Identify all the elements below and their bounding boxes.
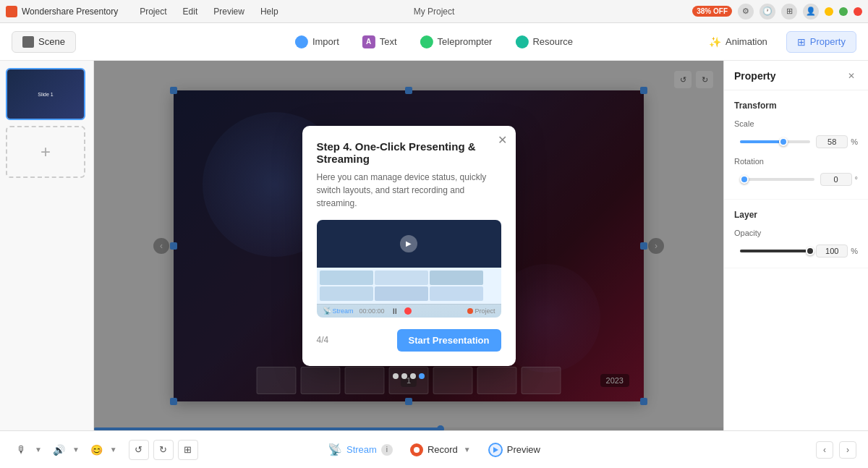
resource-label: Resource — [532, 36, 573, 47]
maximize-button[interactable] — [839, 7, 848, 16]
preview-play-icon — [488, 443, 503, 457]
grid-cell-1 — [320, 271, 373, 285]
discount-badge: 38% OFF — [692, 6, 732, 17]
scale-control: 58 % — [734, 135, 858, 148]
rotation-slider-thumb[interactable] — [740, 175, 749, 184]
menu-bar: Project Edit Preview Help — [132, 4, 692, 19]
opacity-pct: % — [851, 247, 858, 255]
mic-chevron[interactable]: ▼ — [35, 446, 42, 454]
menu-preview[interactable]: Preview — [206, 4, 252, 19]
modal-close-button[interactable]: ✕ — [498, 133, 507, 147]
record-label: Record — [427, 444, 458, 455]
modal-footer: 4/4 Start Presentation — [317, 329, 501, 352]
modal-record-label: Project — [475, 307, 495, 315]
main-area: Slide 1 + 1 2023 — [0, 61, 868, 430]
opacity-value[interactable]: 100 — [816, 244, 848, 258]
import-button[interactable]: Import — [295, 35, 339, 48]
text-icon: A — [362, 35, 375, 48]
modal-preview-controls: 📡 Stream 00:00:00 ⏸ Project — [317, 304, 501, 318]
scale-row: Scale — [734, 119, 858, 128]
modal-play-icon: ▶ — [400, 235, 417, 252]
menu-project[interactable]: Project — [132, 4, 174, 19]
bottom-center-controls: 📡 Stream i Record ▼ Preview — [328, 443, 540, 457]
text-button[interactable]: A Text — [362, 35, 397, 48]
modal-preview-video: ▶ — [317, 220, 501, 268]
modal-title: Step 4. One-Click Presenting & Streaming — [317, 140, 501, 165]
transform-title: Transform — [734, 101, 858, 111]
edit-tools: ↺ ↻ ⊞ — [129, 440, 198, 460]
speaker-chevron[interactable]: ▼ — [72, 446, 80, 454]
close-button[interactable] — [854, 7, 862, 16]
slide-thumbnail-1[interactable]: Slide 1 — [6, 68, 85, 120]
bottom-left-controls: 🎙 ▼ 🔊 ▼ 😊 ▼ — [12, 440, 117, 460]
title-bar: Wondershare Presentory Project Edit Prev… — [0, 0, 868, 23]
rotation-row: Rotation — [734, 157, 858, 166]
modal-overlay: ✕ Step 4. One-Click Presenting & Streami… — [94, 61, 723, 430]
app-logo — [6, 6, 17, 17]
record-inner-icon — [414, 447, 420, 453]
redo-button[interactable]: ↻ — [153, 440, 174, 460]
modal-description: Here you can manage device status, quick… — [317, 171, 501, 210]
canvas-area: 1 2023 ‹ — [94, 61, 723, 430]
camera-chevron[interactable]: ▼ — [110, 446, 117, 454]
opacity-control: 100 % — [734, 244, 858, 258]
stream-button[interactable]: 📡 Stream i — [328, 443, 393, 456]
preview-triangle-icon — [493, 447, 498, 453]
property-button[interactable]: ⊞ Property — [786, 31, 856, 53]
title-bar-right: 38% OFF ⚙ 🕐 ⊞ 👤 — [692, 4, 862, 20]
layer-section: Layer Opacity 100 % — [724, 200, 868, 268]
modal-pause-icon[interactable]: ⏸ — [391, 307, 399, 315]
next-arrow-button[interactable]: › — [839, 441, 856, 459]
stream-info-icon[interactable]: i — [381, 444, 393, 456]
opacity-slider-thumb[interactable] — [806, 247, 814, 255]
add-slide-button[interactable]: + — [6, 126, 85, 178]
resource-button[interactable]: Resource — [515, 35, 573, 48]
speaker-group: 🔊 ▼ — [49, 440, 80, 460]
minimize-button[interactable] — [825, 7, 833, 16]
prev-arrow-button[interactable]: ‹ — [816, 441, 833, 459]
rotation-slider-track[interactable] — [740, 178, 814, 181]
grid-cell-2 — [375, 271, 428, 285]
text-label: Text — [380, 36, 397, 47]
start-presentation-button[interactable]: Start Presentation — [397, 329, 501, 352]
scale-value[interactable]: 58 — [816, 135, 848, 148]
speaker-icon[interactable]: 🔊 — [49, 440, 69, 460]
camera-group: 😊 ▼ — [87, 440, 117, 460]
opacity-slider-track[interactable] — [740, 250, 810, 252]
opacity-label: Opacity — [734, 229, 761, 237]
modal-stream-indicator: 📡 Stream — [323, 307, 354, 315]
scene-button[interactable]: Scene — [12, 31, 76, 53]
grid-icon[interactable]: ⊞ — [781, 4, 797, 20]
scene-icon — [22, 36, 34, 48]
record-button[interactable]: Record ▼ — [410, 443, 471, 456]
teleprompter-label: Teleprompter — [438, 36, 493, 47]
settings-icon[interactable]: ⚙ — [738, 4, 754, 20]
panel-header: Property ✕ — [724, 61, 868, 90]
clock-icon[interactable]: 🕐 — [760, 4, 775, 20]
modal-stop-icon[interactable] — [404, 307, 412, 315]
scale-slider-thumb[interactable] — [779, 137, 788, 146]
modal-dot-2 — [401, 373, 407, 379]
teleprompter-button[interactable]: Teleprompter — [420, 35, 493, 48]
mic-icon[interactable]: 🎙 — [12, 440, 32, 460]
preview-label: Preview — [507, 444, 540, 455]
page-indicator: 4/4 — [317, 335, 329, 345]
scene-label: Scene — [38, 36, 65, 47]
panel-close-button[interactable]: ✕ — [845, 69, 858, 82]
scale-slider-track[interactable] — [740, 140, 810, 143]
menu-edit[interactable]: Edit — [176, 4, 205, 19]
rotation-value[interactable]: 0 — [820, 173, 852, 186]
scale-pct: % — [851, 137, 858, 146]
toolbar-right: ✨ Animation ⊞ Property — [699, 31, 856, 53]
user-avatar[interactable]: 👤 — [803, 4, 819, 20]
undo-button[interactable]: ↺ — [129, 440, 149, 460]
layer-title: Layer — [734, 210, 858, 220]
bottom-right-controls: ‹ › — [816, 441, 856, 459]
camera-icon[interactable]: 😊 — [87, 440, 107, 460]
menu-help[interactable]: Help — [253, 4, 286, 19]
record-chevron-icon[interactable]: ▼ — [464, 446, 471, 454]
grid-cell-5 — [375, 286, 428, 301]
layout-button[interactable]: ⊞ — [178, 440, 198, 460]
preview-button[interactable]: Preview — [488, 443, 540, 457]
animation-button[interactable]: ✨ Animation — [699, 32, 778, 52]
